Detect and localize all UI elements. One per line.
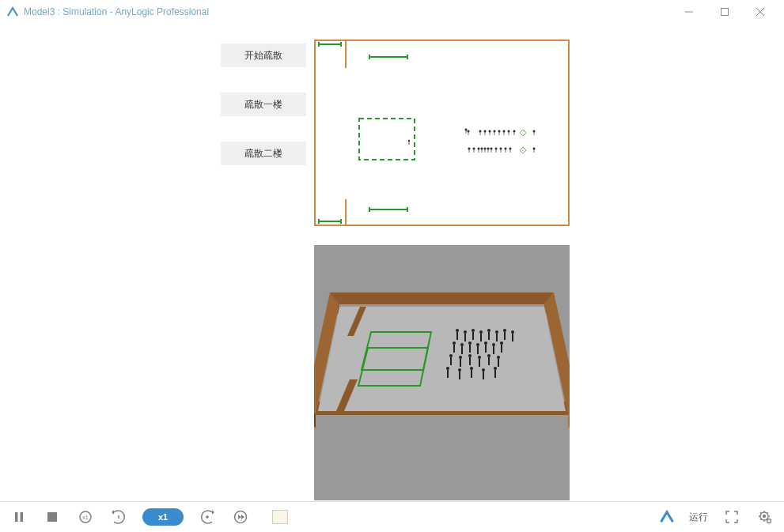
svg-point-129 — [470, 367, 473, 370]
svg-point-105 — [476, 343, 479, 346]
svg-point-107 — [484, 341, 487, 345]
svg-rect-136 — [47, 512, 57, 522]
svg-rect-112 — [450, 357, 452, 365]
svg-marker-146 — [238, 515, 241, 519]
svg-rect-135 — [21, 512, 24, 522]
svg-rect-116 — [469, 357, 471, 365]
svg-point-40 — [513, 130, 515, 132]
anylogic-logo-icon[interactable] — [659, 509, 675, 525]
svg-point-36 — [503, 130, 505, 132]
svg-line-156 — [760, 519, 762, 521]
svg-point-123 — [497, 356, 500, 359]
svg-point-54 — [487, 148, 489, 149]
settings-button[interactable] — [756, 507, 775, 526]
speed-down-button[interactable] — [109, 507, 128, 526]
fullscreen-button[interactable] — [722, 507, 741, 526]
start-evacuation-button[interactable]: 开始疏散 — [221, 43, 306, 67]
playback-toolbar: x1 x1 运行 — [0, 501, 784, 532]
window-controls — [671, 0, 778, 24]
svg-point-158 — [767, 519, 771, 523]
simulation-canvas[interactable]: 开始疏散 疏散一楼 疏散二楼 — [0, 24, 784, 501]
svg-rect-94 — [504, 332, 506, 340]
svg-rect-1 — [721, 9, 728, 16]
speed-reset-button[interactable]: x1 — [76, 507, 95, 526]
svg-point-48 — [478, 148, 479, 149]
svg-rect-126 — [459, 372, 460, 379]
svg-point-91 — [487, 329, 490, 332]
svg-text:x1: x1 — [82, 515, 89, 520]
svg-point-149 — [763, 515, 766, 518]
window-title: Model3 : Simulation - AnyLogic Professio… — [24, 6, 671, 17]
svg-point-34 — [498, 130, 500, 132]
close-button[interactable] — [742, 0, 778, 24]
svg-rect-88 — [480, 334, 482, 341]
svg-rect-4 — [315, 40, 569, 225]
svg-rect-122 — [498, 359, 499, 367]
evacuate-floor1-button[interactable]: 疏散一楼 — [221, 92, 306, 116]
svg-point-125 — [446, 367, 449, 370]
svg-rect-118 — [479, 359, 480, 367]
svg-marker-69 — [330, 292, 554, 304]
svg-point-42 — [533, 130, 535, 132]
speed-indicator[interactable]: x1 — [142, 508, 184, 526]
color-swatch[interactable] — [272, 510, 288, 524]
svg-point-131 — [482, 368, 485, 372]
svg-point-56 — [490, 148, 492, 149]
svg-point-127 — [458, 368, 461, 372]
svg-rect-128 — [471, 370, 472, 378]
svg-rect-108 — [493, 346, 494, 354]
svg-rect-100 — [461, 346, 463, 354]
svg-point-93 — [495, 330, 498, 334]
svg-point-28 — [484, 130, 486, 132]
floor-plan-2d — [314, 40, 570, 226]
svg-point-60 — [500, 148, 502, 149]
svg-rect-124 — [447, 370, 449, 378]
svg-rect-132 — [494, 370, 496, 378]
svg-point-22 — [465, 129, 467, 130]
svg-rect-102 — [469, 345, 471, 353]
maximize-button[interactable] — [706, 0, 742, 24]
svg-rect-92 — [496, 334, 498, 341]
titlebar: Model3 : Simulation - AnyLogic Professio… — [0, 0, 784, 24]
svg-point-30 — [489, 130, 490, 132]
svg-marker-142 — [212, 510, 214, 515]
svg-rect-114 — [460, 359, 461, 367]
svg-rect-120 — [488, 357, 490, 365]
evacuate-floor2-button[interactable]: 疏散二楼 — [221, 141, 306, 165]
svg-point-89 — [479, 330, 483, 334]
svg-line-154 — [760, 512, 762, 514]
svg-rect-82 — [456, 332, 458, 340]
svg-point-111 — [500, 341, 503, 345]
svg-point-64 — [509, 148, 511, 149]
svg-point-38 — [508, 130, 509, 132]
svg-point-87 — [472, 329, 475, 332]
fast-forward-button[interactable] — [231, 507, 250, 526]
svg-point-46 — [473, 148, 475, 149]
svg-rect-19 — [359, 119, 415, 160]
pause-button[interactable] — [9, 507, 28, 526]
svg-point-44 — [468, 148, 470, 149]
svg-point-58 — [495, 148, 497, 149]
minimize-button[interactable] — [671, 0, 706, 24]
svg-point-101 — [460, 343, 464, 346]
svg-point-133 — [494, 367, 497, 370]
svg-point-95 — [503, 329, 506, 332]
svg-point-52 — [484, 148, 486, 149]
svg-point-62 — [505, 148, 506, 149]
app-logo-icon — [6, 6, 19, 18]
svg-point-97 — [511, 330, 514, 334]
svg-point-50 — [481, 148, 483, 149]
svg-rect-98 — [453, 345, 455, 353]
svg-point-32 — [494, 130, 495, 132]
svg-marker-139 — [112, 510, 114, 515]
svg-rect-84 — [464, 334, 466, 341]
svg-point-20 — [408, 140, 410, 141]
status-label: 运行 — [689, 511, 708, 524]
svg-line-157 — [767, 512, 769, 514]
svg-rect-86 — [472, 332, 474, 340]
speed-up-button[interactable] — [198, 507, 217, 526]
floor-plan-3d — [314, 245, 570, 500]
svg-point-121 — [487, 354, 490, 357]
stop-button[interactable] — [43, 507, 62, 526]
svg-point-26 — [479, 130, 481, 132]
